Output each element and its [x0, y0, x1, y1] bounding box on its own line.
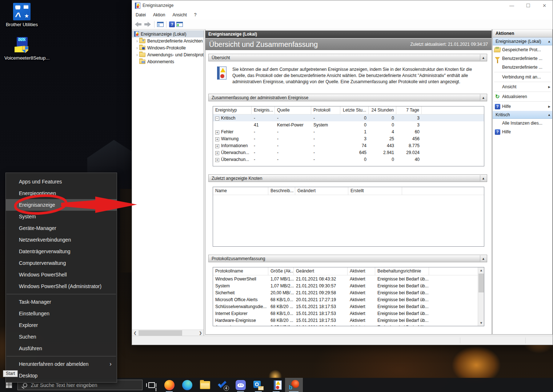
section-header-recent-nodes[interactable]: Zuletzt angezeigte Knoten ▲: [208, 174, 487, 182]
collapse-section-icon[interactable]: ▲: [480, 175, 486, 181]
table-row[interactable]: +Informationen - - - 74 443 8.775: [213, 142, 484, 149]
column-header[interactable]: Protokoll: [311, 106, 340, 114]
collapse-group-icon[interactable]: ▲: [548, 113, 551, 117]
table-row[interactable]: −Kritisch - - - 0 0 3: [213, 114, 484, 121]
chevron-right-icon[interactable]: ›: [135, 46, 139, 50]
taskbar-edge-button[interactable]: [178, 378, 196, 392]
table-row[interactable]: Windows PowerShell 1,07 MB/1... 21.01.20…: [213, 275, 484, 282]
table-row[interactable]: Internet Explorer 68 KB/1,0... 15.01.202…: [213, 310, 484, 317]
section-header-uebersicht[interactable]: Übersicht ▲: [208, 54, 487, 61]
winx-windows-powershell-admin[interactable]: Windows PowerShell (Administrator): [6, 280, 117, 292]
desktop-icon-brother-utilities[interactable]: ★ Brother Utilities: [4, 3, 39, 27]
tree-item-anwendungs-dienstprotokolle[interactable]: › Anwendungs- und Dienstprotokolle: [132, 51, 204, 58]
column-header[interactable]: Erstellt: [348, 187, 402, 195]
winx-ausfuehren[interactable]: Ausführen: [6, 343, 117, 354]
winx-system[interactable]: System: [6, 211, 117, 222]
winx-netzwerkverbindungen[interactable]: Netzwerkverbindungen: [6, 234, 117, 246]
actions-group-header-ereignisanzeige[interactable]: Ereignisanzeige (Lokal) ▲: [493, 37, 552, 45]
task-view-button[interactable]: [143, 378, 160, 392]
winx-computerverwaltung[interactable]: Computerverwaltung: [6, 257, 117, 269]
winx-explorer[interactable]: Explorer: [6, 319, 117, 331]
action-ansicht[interactable]: Ansicht ▶: [493, 82, 552, 91]
tree-item-abonnements[interactable]: Abonnements: [132, 58, 204, 65]
table-row[interactable]: Sicherheit 20,00 MB/... 21.01.2021 09:29…: [213, 289, 484, 296]
scroll-up-icon[interactable]: ▲: [478, 267, 484, 273]
action-gespeicherte-protokolle[interactable]: Gespeicherte Prot...: [493, 45, 552, 54]
action-benutzerdefinierte-ansicht-importieren[interactable]: Benutzerdefinierte ...: [493, 63, 552, 72]
taskbar-todo-button[interactable]: 4: [214, 378, 232, 392]
column-header[interactable]: 7 Tage: [396, 106, 422, 114]
close-button[interactable]: ✕: [536, 0, 553, 11]
back-arrow-icon[interactable]: [134, 21, 142, 27]
taskbar-active-app-button[interactable]: b: [285, 378, 303, 392]
forward-arrow-icon[interactable]: [144, 21, 152, 27]
taskbar-discord-button[interactable]: [232, 378, 249, 392]
column-header[interactable]: Geändert: [294, 267, 348, 275]
show-action-pane-icon[interactable]: [176, 22, 183, 27]
winx-desktop[interactable]: Desktop: [6, 370, 117, 381]
winx-task-manager[interactable]: Task-Manager: [6, 296, 117, 308]
expand-row-icon[interactable]: +: [215, 151, 219, 155]
column-header[interactable]: Letzte Stu...: [340, 106, 369, 114]
winx-energieoptionen[interactable]: Energieoptionen: [6, 187, 117, 199]
winx-einstellungen[interactable]: Einstellungen: [6, 308, 117, 319]
section-header-admin-summary[interactable]: Zusammenfassung der administrativen Erei…: [208, 94, 487, 101]
tree-item-benutzerdefinierte-ansichten[interactable]: › Benutzerdefinierte Ansichten: [132, 37, 204, 44]
desktop-icon-voicemeeter-setup[interactable]: Voicemeeter8Setup...: [4, 36, 39, 61]
tree-horizontal-scrollbar[interactable]: ❮ ❯: [132, 330, 204, 336]
menu-help[interactable]: ?: [191, 11, 200, 19]
show-console-tree-icon[interactable]: [157, 22, 164, 27]
menu-ansicht[interactable]: Ansicht: [169, 11, 190, 19]
collapse-section-icon[interactable]: ▲: [480, 94, 486, 101]
winx-apps-und-features[interactable]: Apps und Features: [6, 176, 117, 187]
taskbar-explorer-button[interactable]: [196, 378, 214, 392]
table-row[interactable]: +Fehler - - - 1 4 60: [213, 128, 484, 135]
column-header[interactable]: Beschreib...: [268, 187, 295, 195]
expand-row-icon[interactable]: +: [215, 158, 219, 162]
action-verbindung-mit-anderem-computer[interactable]: Verbindung mit an...: [493, 73, 552, 81]
column-header[interactable]: Ereignistyp: [213, 106, 252, 114]
winx-ereignisanzeige[interactable]: Ereignisanzeige: [6, 199, 117, 211]
table-row[interactable]: Schlüsselverwaltungsdie... 68 KB/20 ... …: [213, 303, 484, 310]
column-header[interactable]: Ereignis...: [252, 106, 275, 114]
action-benutzerdefinierte-ansicht-erstellen[interactable]: Benutzerdefinierte ...: [493, 54, 552, 63]
winx-suchen[interactable]: Suchen: [6, 331, 117, 343]
column-header[interactable]: Beibehaltungsrichtlinie: [375, 267, 429, 275]
table-row[interactable]: +Überwachun... - - - 645 2.941 29.024: [213, 149, 484, 156]
chevron-right-icon[interactable]: ›: [135, 39, 139, 43]
column-header[interactable]: 24 Stunden: [369, 106, 396, 114]
menu-aktion[interactable]: Aktion: [149, 11, 169, 19]
taskbar-outlook-button[interactable]: O: [249, 378, 267, 392]
action-hilfe[interactable]: ? Hilfe ▶: [493, 102, 552, 111]
collapse-section-icon[interactable]: ▲: [480, 255, 486, 262]
winx-datentraegerverwaltung[interactable]: Datenträgerverwaltung: [6, 246, 117, 257]
table-row[interactable]: System 1,07 MB/2... 21.01.2021 09:30:57 …: [213, 282, 484, 289]
table-row[interactable]: 41 Kernel-Power System 0 0 3: [213, 121, 484, 128]
title-bar[interactable]: Ereignisanzeige — ☐ ✕: [132, 0, 553, 11]
maximize-button[interactable]: ☐: [520, 0, 536, 11]
scroll-right-icon[interactable]: ❯: [197, 330, 204, 336]
tree-item-ereignisanzeige-lokal[interactable]: Ereignisanzeige (Lokal): [132, 31, 204, 37]
scrollbar-thumb[interactable]: [478, 274, 484, 292]
taskbar-event-viewer-button[interactable]: [267, 378, 285, 392]
column-header[interactable]: Geändert: [295, 187, 348, 195]
expand-row-icon[interactable]: +: [215, 130, 219, 134]
actions-group-header-kritisch[interactable]: Kritisch ▲: [493, 111, 552, 119]
expand-row-icon[interactable]: +: [215, 144, 219, 148]
column-header[interactable]: Aktiviert: [348, 267, 375, 275]
collapse-group-icon[interactable]: ▲: [548, 40, 551, 43]
action-alle-instanzen[interactable]: Alle Instanzen dies...: [493, 119, 552, 128]
action-aktualisieren[interactable]: ↻ Aktualisieren: [493, 92, 552, 101]
section-header-log-summary[interactable]: Protokollzusammenfassung ▲: [208, 255, 487, 262]
scroll-down-icon[interactable]: ▼: [478, 320, 484, 326]
column-header[interactable]: Name: [213, 187, 268, 195]
column-header[interactable]: Größe (Ak...: [268, 267, 294, 275]
minimize-button[interactable]: —: [504, 0, 520, 11]
column-header[interactable]: Quelle: [275, 106, 311, 114]
tree-item-windows-protokolle[interactable]: › Windows-Protokolle: [132, 44, 204, 51]
table-row[interactable]: +Warnung - - - 3 25 456: [213, 135, 484, 142]
winx-geraete-manager[interactable]: Geräte-Manager: [6, 222, 117, 234]
menu-datei[interactable]: Datei: [132, 11, 149, 19]
action-hilfe-kritisch[interactable]: ? Hilfe: [493, 128, 552, 136]
scroll-left-icon[interactable]: ❮: [132, 330, 138, 336]
